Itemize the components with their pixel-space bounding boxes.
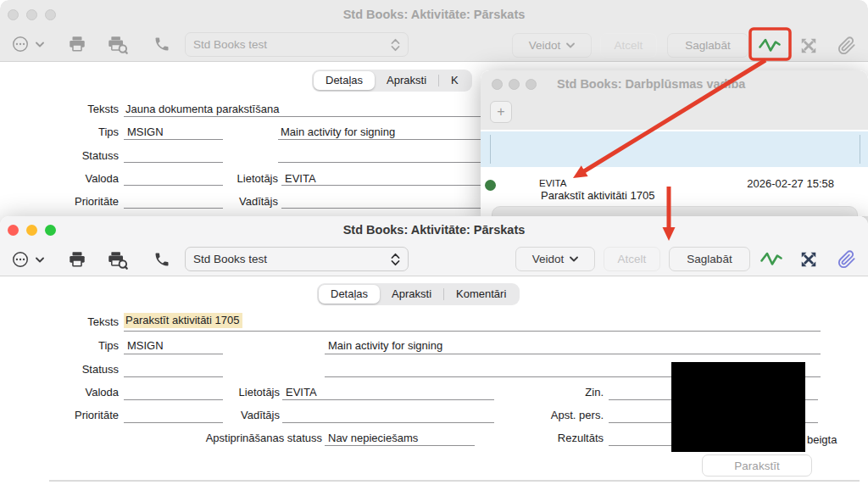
veidot-button[interactable]: Veidot — [515, 247, 595, 271]
statuss-input[interactable] — [124, 376, 223, 377]
front-activity-window: Std Books: Aktivitāte: Pārskats Std Book… — [0, 216, 868, 485]
lietotajs-label: Lietotājs — [193, 172, 278, 185]
tips-label: Tips — [34, 125, 119, 138]
tab-komentari[interactable]: Komentāri — [444, 285, 518, 304]
bottom-divider — [49, 480, 860, 482]
prioritate-label: Prioritāte — [34, 409, 119, 421]
vaditajs-input[interactable] — [282, 422, 494, 423]
updown-chevrons-icon — [391, 38, 400, 52]
lietotajs-label: Lietotājs — [195, 386, 280, 399]
apstiprinasanas-input[interactable]: Nav nepieciešams — [328, 432, 418, 444]
field-underline — [325, 445, 475, 446]
workflow-window: Std Books: Darbplūsmas vadība + EVITA Pa… — [481, 70, 868, 216]
parakstit-label: Parakstīt — [734, 460, 779, 472]
redaction-box — [671, 362, 805, 452]
tab-detalas[interactable]: Detaļas — [314, 71, 375, 90]
statuss-input[interactable] — [124, 162, 223, 163]
lietotajs-input[interactable]: EVITA — [285, 172, 316, 185]
pabeigta-label: beigta — [807, 433, 837, 446]
workflow-pulse-icon[interactable] — [760, 250, 783, 267]
tips-description: Main activity for signing — [281, 125, 395, 138]
atcelt-label: Atcelt — [618, 253, 647, 265]
timeline-band — [481, 131, 868, 167]
valoda-label: Valoda — [34, 172, 119, 185]
field-underline — [124, 354, 223, 354]
close-button[interactable] — [492, 79, 503, 90]
zoom-button[interactable] — [526, 79, 537, 90]
field-underline — [281, 185, 493, 186]
print-icon[interactable] — [68, 250, 86, 269]
tips-label: Tips — [34, 339, 119, 352]
tab-apraksti[interactable]: Apraksti — [380, 285, 443, 304]
print-preview-icon[interactable] — [107, 250, 129, 270]
screen: Std Books: Aktivitāte: Pārskats Std Book… — [0, 0, 868, 485]
chevron-down-icon[interactable] — [36, 42, 44, 47]
tab-detalas[interactable]: Detaļas — [319, 285, 380, 304]
entry-card — [492, 206, 858, 216]
tab-apraksti[interactable]: Apraksti — [375, 71, 438, 90]
apstiprinasanas-label: Apstiprināšanas statuss — [136, 432, 322, 444]
tips-input[interactable]: MSIGN — [127, 339, 164, 352]
lietotajs-input[interactable]: EVITA — [286, 386, 317, 399]
veidot-button[interactable]: Veidot — [512, 33, 592, 58]
entry-task[interactable]: Parakstīt aktivitāti 1705 — [541, 189, 654, 202]
paste-special-dropdown[interactable]: Std Books test — [185, 32, 409, 57]
tab-bar: Detaļas Apraksti K — [312, 70, 472, 92]
teksts-input[interactable]: Jauna dokumenta parakstīšana — [125, 103, 279, 115]
expand-icon[interactable] — [799, 250, 818, 269]
paperclip-icon[interactable] — [837, 250, 856, 269]
atcelt-label: Atcelt — [615, 39, 643, 52]
minimize-button[interactable] — [509, 79, 520, 90]
field-underline — [124, 331, 821, 332]
updown-chevrons-icon — [391, 253, 400, 266]
saglabat-label: Saglabāt — [687, 253, 732, 265]
window-title: Std Books: Aktivitāte: Pārskats — [0, 223, 868, 237]
paste-special-dropdown[interactable]: Std Books test — [185, 247, 409, 271]
add-task-button[interactable]: + — [490, 101, 512, 123]
valoda-input[interactable] — [124, 399, 223, 400]
print-icon[interactable] — [68, 35, 86, 53]
teksts-input[interactable]: Parakstīt aktivitāti 1705 — [124, 314, 242, 326]
chevron-down-icon[interactable] — [36, 257, 44, 263]
entry-user: EVITA — [539, 178, 566, 188]
saglabat-button[interactable]: Saglabāt — [669, 247, 750, 271]
timeline-band-right-edge — [860, 135, 860, 164]
field-underline — [282, 399, 494, 400]
field-underline — [325, 354, 821, 354]
prioritate-input[interactable] — [124, 208, 223, 209]
paperclip-icon[interactable] — [837, 36, 856, 55]
window-title: Std Books: Aktivitāte: Pārskats — [0, 8, 868, 21]
saglabat-button[interactable]: Saglabāt — [667, 33, 748, 58]
phone-icon[interactable] — [153, 36, 170, 53]
more-options-icon[interactable] — [11, 250, 30, 269]
chevron-down-icon — [570, 256, 578, 262]
vaditajs-label: Vadītājs — [193, 195, 278, 208]
prioritate-label: Prioritāte — [34, 195, 119, 208]
prioritate-input[interactable] — [124, 422, 223, 423]
paste-special-value: Std Books test — [193, 253, 267, 265]
saglabat-label: Saglabāt — [685, 39, 730, 52]
atcelt-button[interactable]: Atcelt — [604, 247, 660, 271]
print-preview-icon[interactable] — [107, 35, 129, 54]
veidot-label: Veidot — [532, 253, 565, 265]
paste-special-value: Std Books test — [193, 38, 267, 51]
workflow-pulse-icon[interactable] — [758, 36, 782, 53]
chevron-down-icon — [566, 42, 575, 48]
atcelt-button[interactable]: Atcelt — [600, 33, 657, 58]
rezultats-label: Rezultāts — [502, 432, 604, 444]
tips-input[interactable]: MSIGN — [127, 125, 164, 138]
phone-icon[interactable] — [153, 251, 170, 268]
vaditajs-input[interactable] — [281, 208, 493, 209]
teksts-label: Teksts — [34, 315, 119, 328]
window-title: Std Books: Darbplūsmas vadība — [557, 77, 745, 91]
parakstit-button[interactable]: Parakstīt — [702, 454, 812, 477]
expand-icon[interactable] — [799, 36, 818, 55]
statuss-label: Statuss — [34, 363, 119, 376]
tab-komentari[interactable]: K — [439, 71, 470, 90]
veidot-label: Veidot — [529, 39, 561, 52]
entry-datetime: 2026-02-27 15:58 — [693, 177, 834, 190]
valoda-input[interactable] — [124, 185, 223, 186]
apst-pers-label: Apst. pers. — [502, 409, 604, 421]
more-options-icon[interactable] — [11, 35, 30, 53]
tips-description: Main activity for signing — [328, 339, 442, 352]
